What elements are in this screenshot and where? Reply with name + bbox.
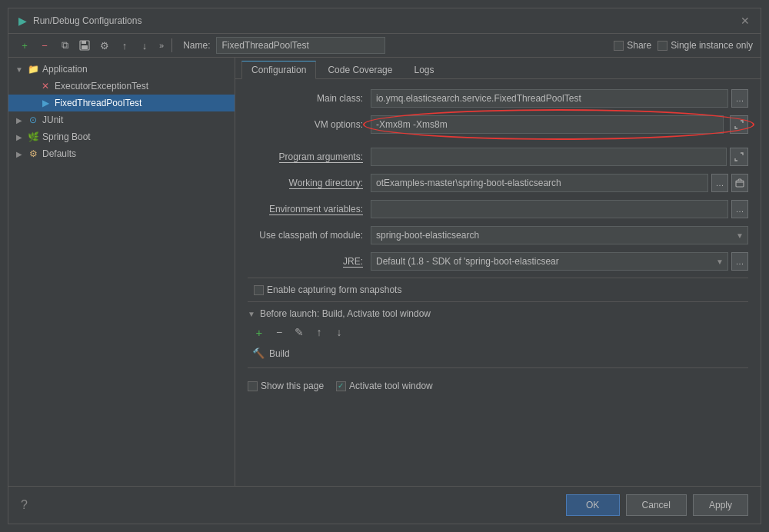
jre-row: JRE: Default (1.8 - SDK of 'spring-boot-… — [248, 251, 748, 271]
build-icon: 🔨 — [252, 347, 265, 359]
toggle-application[interactable]: ▼ — [15, 65, 24, 74]
program-args-row: Program arguments: — [248, 147, 748, 167]
vm-options-input[interactable] — [371, 115, 724, 134]
title-bar: ▶ Run/Debug Configurations ✕ — [8, 8, 761, 34]
application-folder-icon: 📁 — [27, 63, 39, 75]
activate-window-label[interactable]: Activate tool window — [336, 381, 433, 391]
env-vars-input[interactable] — [371, 200, 728, 218]
snapshots-checkbox-label[interactable]: Enable capturing form snapshots — [254, 284, 401, 295]
tab-code-coverage[interactable]: Code Coverage — [318, 61, 402, 78]
more-button[interactable]: » — [156, 41, 167, 50]
settings-config-button[interactable]: ⚙ — [96, 37, 113, 54]
vm-options-field — [371, 115, 748, 134]
share-checkbox[interactable] — [614, 41, 624, 51]
name-field-label: Name: — [183, 40, 210, 51]
apply-button[interactable]: Apply — [693, 494, 748, 516]
before-launch-down-button[interactable]: ↓ — [331, 324, 348, 341]
single-instance-checkbox-label[interactable]: Single instance only — [657, 40, 753, 51]
sidebar-item-application[interactable]: ▼ 📁 Application — [8, 61, 235, 78]
cancel-button[interactable]: Cancel — [626, 494, 687, 516]
program-args-input[interactable] — [371, 148, 727, 166]
config-name-input[interactable] — [216, 37, 385, 54]
move-down-button[interactable]: ↓ — [136, 37, 153, 54]
main-class-browse-button[interactable]: … — [731, 89, 748, 108]
junit-icon: ⊙ — [27, 114, 39, 126]
jre-browse-button[interactable]: … — [731, 252, 748, 271]
copy-config-button[interactable]: ⧉ — [56, 37, 73, 54]
snapshots-label: Enable capturing form snapshots — [267, 284, 401, 295]
main-class-input[interactable] — [371, 89, 728, 108]
build-label: Build — [269, 348, 290, 359]
divider — [248, 278, 748, 278]
svg-rect-1 — [82, 41, 86, 44]
before-launch-edit-button[interactable]: ✎ — [291, 324, 308, 341]
snapshots-checkbox[interactable] — [254, 285, 264, 295]
sidebar-item-defaults[interactable]: ▶ ⚙ Defaults — [8, 145, 235, 162]
module-label: Use classpath of module: — [248, 230, 371, 241]
jre-select[interactable]: Default (1.8 - SDK of 'spring-boot-elast… — [371, 252, 728, 271]
springboot-icon: 🌿 — [27, 131, 39, 143]
sidebar-item-fixedthread[interactable]: ▶ FixedThreadPoolTest — [8, 95, 235, 111]
move-up-button[interactable]: ↑ — [116, 37, 133, 54]
svg-rect-3 — [736, 181, 744, 187]
toggle-junit[interactable]: ▶ — [15, 115, 24, 125]
sidebar-item-junit[interactable]: ▶ ⊙ JUnit — [8, 111, 235, 128]
share-checkbox-label[interactable]: Share — [614, 40, 651, 51]
single-instance-checkbox[interactable] — [657, 41, 667, 51]
working-dir-folder-button[interactable] — [731, 174, 748, 192]
before-launch-remove-button[interactable]: − — [271, 324, 288, 341]
jre-label: JRE: — [248, 256, 371, 267]
sidebar-item-defaults-label: Defaults — [42, 148, 76, 159]
remove-config-button[interactable]: − — [36, 37, 53, 54]
add-config-button[interactable]: + — [16, 37, 33, 54]
vm-options-wrapper — [371, 115, 724, 134]
working-dir-row: Working directory: … — [248, 173, 748, 193]
program-args-field — [371, 148, 748, 166]
ok-button[interactable]: OK — [566, 494, 620, 516]
main-class-label: Main class: — [248, 93, 371, 104]
snapshots-row: Enable capturing form snapshots — [248, 284, 748, 295]
env-vars-row: Environment variables: … — [248, 199, 748, 219]
sidebar-item-springboot[interactable]: ▶ 🌿 Spring Boot — [8, 128, 235, 145]
right-panel: Configuration Code Coverage Logs Main cl… — [235, 58, 761, 486]
before-launch-up-button[interactable]: ↑ — [311, 324, 328, 341]
vm-options-row: VM options: — [248, 115, 748, 135]
before-launch-toggle[interactable]: ▼ — [248, 310, 255, 318]
svg-rect-2 — [82, 45, 88, 49]
env-vars-browse-button[interactable]: … — [731, 200, 748, 218]
sidebar-item-executor[interactable]: ✕ ExecutorExceptionTest — [8, 78, 235, 95]
before-launch-title: Before launch: Build, Activate tool wind… — [260, 308, 431, 319]
working-dir-field: … — [371, 174, 748, 192]
footer: ? OK Cancel Apply — [8, 486, 761, 524]
env-vars-label: Environment variables: — [248, 204, 371, 214]
close-button[interactable]: ✕ — [737, 13, 753, 28]
vm-options-expand-button[interactable] — [730, 115, 748, 134]
before-launch-add-button[interactable]: + — [251, 324, 268, 341]
toggle-fixedthread — [27, 98, 36, 108]
module-field: spring-boot-elasticsearch ▼ — [371, 226, 748, 244]
working-dir-input[interactable] — [371, 174, 708, 192]
executor-icon: ✕ — [39, 80, 52, 92]
sidebar-item-springboot-label: Spring Boot — [42, 131, 91, 142]
toggle-springboot[interactable]: ▶ — [15, 132, 24, 141]
bottom-divider — [248, 367, 748, 368]
help-button[interactable]: ? — [21, 498, 28, 512]
program-args-expand-button[interactable] — [730, 148, 748, 166]
toolbar-separator — [171, 38, 172, 52]
module-select-wrapper: spring-boot-elasticsearch ▼ — [371, 226, 748, 244]
sidebar: ▼ 📁 Application ✕ ExecutorExceptionTest … — [8, 58, 235, 486]
module-select[interactable]: spring-boot-elasticsearch — [371, 226, 748, 244]
config-panel: Main class: … VM options: — [235, 79, 761, 486]
show-page-checkbox[interactable] — [248, 381, 258, 391]
activate-window-checkbox[interactable] — [336, 381, 346, 391]
save-config-button[interactable] — [76, 37, 93, 54]
toggle-defaults[interactable]: ▶ — [15, 149, 24, 158]
before-launch-header[interactable]: ▼ Before launch: Build, Activate tool wi… — [248, 308, 748, 319]
main-class-field: … — [371, 89, 748, 108]
tab-configuration[interactable]: Configuration — [241, 61, 316, 79]
sidebar-item-application-label: Application — [42, 64, 88, 75]
show-page-label[interactable]: Show this page — [248, 381, 324, 391]
working-dir-browse-button[interactable]: … — [711, 174, 728, 192]
sidebar-item-fixedthread-label: FixedThreadPoolTest — [55, 98, 141, 108]
tab-logs[interactable]: Logs — [404, 61, 444, 78]
